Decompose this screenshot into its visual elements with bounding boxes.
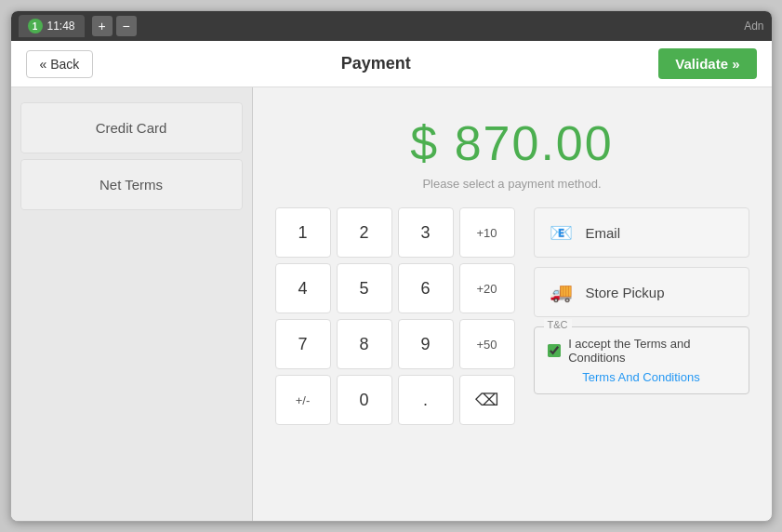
close-tab-button[interactable]: − (116, 16, 137, 36)
tnc-accept-text: I accept the Terms and Conditions (568, 337, 735, 365)
numpad: 123+10456+20789+50+/-0.⌫ (275, 207, 515, 425)
store-pickup-option-label: Store Pickup (586, 285, 665, 300)
store-pickup-icon: 🚚 (550, 281, 573, 303)
store-pickup-option-button[interactable]: 🚚 Store Pickup (534, 267, 749, 317)
numpad-key-5[interactable]: 5 (337, 263, 392, 313)
email-icon: 📧 (550, 221, 573, 244)
titlebar-controls: + − (92, 16, 137, 36)
titlebar: 1 11:48 + − Adn (11, 11, 772, 41)
browser-tab[interactable]: 1 11:48 (19, 15, 85, 37)
numpad-key-8[interactable]: 8 (337, 319, 392, 369)
numpad-key-0[interactable]: 0 (337, 375, 392, 425)
numpad-key-1[interactable]: 1 (275, 207, 331, 258)
numpad-key-plus50[interactable]: +50 (459, 319, 515, 369)
numpad-key-.[interactable]: . (398, 375, 454, 425)
numpad-key-7[interactable]: 7 (275, 319, 331, 369)
numpad-key-9[interactable]: 9 (398, 319, 454, 369)
numpad-key-3[interactable]: 3 (398, 207, 454, 258)
amount-display: $ 870.00 (410, 115, 613, 171)
numpad-key-6[interactable]: 6 (398, 263, 454, 313)
sidebar-item-net-terms[interactable]: Net Terms (20, 159, 243, 210)
sidebar-item-credit-card[interactable]: Credit Card (20, 102, 243, 153)
app-window: 1 11:48 + − Adn « Back Payment Validate … (10, 10, 773, 522)
tab-time: 11:48 (47, 20, 75, 33)
email-option-label: Email (586, 225, 621, 241)
right-panel: $ 870.00 Please select a payment method.… (253, 87, 772, 521)
admin-label: Adn (744, 20, 763, 33)
validate-button[interactable]: Validate » (658, 48, 756, 79)
sidebar: Credit Card Net Terms (11, 87, 253, 521)
tnc-link[interactable]: Terms And Conditions (548, 370, 736, 384)
new-tab-button[interactable]: + (92, 16, 113, 36)
tnc-box: T&C I accept the Terms and Conditions Te… (534, 326, 749, 394)
tab-number: 1 (28, 19, 43, 33)
numpad-key-4[interactable]: 4 (275, 263, 331, 313)
tnc-checkbox[interactable] (548, 343, 562, 358)
header: « Back Payment Validate » (11, 41, 772, 87)
back-button[interactable]: « Back (26, 50, 94, 78)
bottom-area: 123+10456+20789+50+/-0.⌫ 📧 Email 🚚 Store… (275, 207, 749, 425)
tnc-row: I accept the Terms and Conditions (548, 337, 736, 365)
email-option-button[interactable]: 📧 Email (534, 207, 749, 258)
numpad-key-plus20[interactable]: +20 (459, 263, 515, 313)
tnc-section-label: T&C (544, 319, 572, 330)
numpad-key-plusslash-[interactable]: +/- (275, 375, 331, 425)
main-content: Credit Card Net Terms $ 870.00 Please se… (11, 87, 772, 521)
numpad-key-plus10[interactable]: +10 (459, 207, 515, 258)
select-method-text: Please select a payment method. (422, 177, 601, 191)
options-panel: 📧 Email 🚚 Store Pickup T&C I acce (534, 207, 749, 425)
numpad-key-⌫[interactable]: ⌫ (459, 375, 515, 425)
numpad-key-2[interactable]: 2 (337, 207, 392, 258)
page-title: Payment (93, 54, 658, 73)
